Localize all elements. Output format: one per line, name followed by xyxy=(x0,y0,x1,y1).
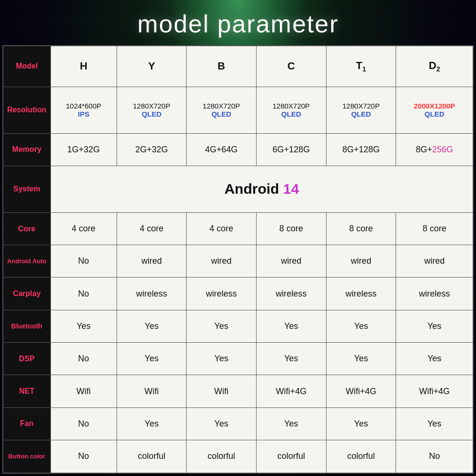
subscript-1: 1 xyxy=(362,66,366,73)
dsp-cell-c: Yes xyxy=(256,343,326,375)
table-row-model: Model H Y B C T1 D2 xyxy=(3,46,473,87)
table-row-memory: Memory 1G+32G 2G+32G 4G+64G 6G+128G 8G+1… xyxy=(3,133,473,166)
android-version: 14 xyxy=(283,181,299,197)
net-cell-y: Wifi xyxy=(117,375,187,407)
col-header-d2: D2 xyxy=(396,46,473,87)
carplay-cell-h: No xyxy=(50,278,117,310)
res-cell-b: 1280X720PQLED xyxy=(187,87,257,133)
btn-cell-b: colorful xyxy=(187,440,257,473)
net-cell-b: Wifi xyxy=(187,375,257,407)
fan-cell-c: Yes xyxy=(256,407,326,440)
row-label-bluetooth: Bluetooth xyxy=(3,310,50,342)
net-cell-h: Wifi xyxy=(50,375,117,407)
carplay-cell-t1: wireless xyxy=(326,278,396,310)
bt-cell-h: Yes xyxy=(50,310,117,342)
res-cell-h: 1024*600PIPS xyxy=(50,87,117,133)
qled-label-d2: QLED xyxy=(425,110,445,118)
auto-cell-h: No xyxy=(50,245,117,278)
mem-cell-y: 2G+32G xyxy=(117,133,187,166)
fan-cell-d2: Yes xyxy=(396,407,473,440)
res-cell-y: 1280X720PQLED xyxy=(117,87,187,133)
carplay-cell-c: wireless xyxy=(256,278,326,310)
page-title: model parameter xyxy=(137,10,338,38)
bt-cell-c: Yes xyxy=(256,310,326,342)
net-cell-c: Wifi+4G xyxy=(256,375,326,407)
qled-label-c: QLED xyxy=(281,110,301,118)
fan-cell-y: Yes xyxy=(117,407,187,440)
page-wrapper: model parameter Model H Y B C T1 D2 Reso… xyxy=(0,0,476,476)
btn-cell-t1: colorful xyxy=(326,440,396,473)
table-row-button-color: Button color No colorful colorful colorf… xyxy=(3,440,473,473)
title-area: model parameter xyxy=(0,0,476,45)
bt-cell-y: Yes xyxy=(117,310,187,342)
table-row-resolution: Resolution 1024*600PIPS 1280X720PQLED 12… xyxy=(3,87,473,133)
table-row-system: System Android 14 xyxy=(3,166,473,212)
table-row-fan: Fan No Yes Yes Yes Yes Yes xyxy=(3,407,473,440)
col-header-t1: T1 xyxy=(326,46,396,87)
row-label-button-color: Button color xyxy=(3,440,50,473)
mem-cell-b: 4G+64G xyxy=(187,133,257,166)
net-cell-d2: Wifi+4G xyxy=(396,375,473,407)
row-label-core: Core xyxy=(3,212,50,245)
qled-label-y: QLED xyxy=(142,110,162,118)
res-cell-t1: 1280X720PQLED xyxy=(326,87,396,133)
row-label-memory: Memory xyxy=(3,133,50,166)
table-row-android-auto: Android Auto No wired wired wired wired … xyxy=(3,245,473,278)
col-header-y: Y xyxy=(117,46,187,87)
core-cell-c: 8 core xyxy=(256,212,326,245)
table-row-bluetooth: Bluetooth Yes Yes Yes Yes Yes Yes xyxy=(3,310,473,342)
net-cell-t1: Wifi+4G xyxy=(326,375,396,407)
row-label-carplay: Carplay xyxy=(3,278,50,310)
table-row-core: Core 4 core 4 core 4 core 8 core 8 core … xyxy=(3,212,473,245)
auto-cell-c: wired xyxy=(256,245,326,278)
btn-cell-c: colorful xyxy=(256,440,326,473)
row-label-system: System xyxy=(3,166,50,212)
mem-cell-t1: 8G+128G xyxy=(326,133,396,166)
fan-cell-h: No xyxy=(50,407,117,440)
mem-cell-c: 6G+128G xyxy=(256,133,326,166)
mem-cell-h: 1G+32G xyxy=(50,133,117,166)
table-container: Model H Y B C T1 D2 Resolution 1024*600P… xyxy=(0,45,476,476)
core-cell-d2: 8 core xyxy=(396,212,473,245)
core-cell-y: 4 core xyxy=(117,212,187,245)
row-label-fan: Fan xyxy=(3,407,50,440)
android-cell: Android 14 xyxy=(50,166,473,212)
table-row-net: NET Wifi Wifi Wifi Wifi+4G Wifi+4G Wifi+… xyxy=(3,375,473,407)
core-cell-h: 4 core xyxy=(50,212,117,245)
btn-cell-y: colorful xyxy=(117,440,187,473)
table-row-carplay: Carplay No wireless wireless wireless wi… xyxy=(3,278,473,310)
dsp-cell-h: No xyxy=(50,343,117,375)
res-cell-c: 1280X720PQLED xyxy=(256,87,326,133)
bt-cell-t1: Yes xyxy=(326,310,396,342)
bt-cell-d2: Yes xyxy=(396,310,473,342)
col-header-b: B xyxy=(187,46,257,87)
carplay-cell-y: wireless xyxy=(117,278,187,310)
res-cell-d2: 2000X1200PQLED xyxy=(396,87,473,133)
row-label-android-auto: Android Auto xyxy=(3,245,50,278)
row-label-model: Model xyxy=(3,46,50,87)
row-label-net: NET xyxy=(3,375,50,407)
ips-label: IPS xyxy=(78,110,89,118)
subscript-2: 2 xyxy=(436,66,440,73)
dsp-cell-b: Yes xyxy=(187,343,257,375)
fan-cell-t1: Yes xyxy=(326,407,396,440)
mem-highlight: 256G xyxy=(432,145,453,154)
qled-label-t1: QLED xyxy=(351,110,371,118)
row-label-dsp: DSP xyxy=(3,343,50,375)
btn-cell-h: No xyxy=(50,440,117,473)
auto-cell-d2: wired xyxy=(396,245,473,278)
row-label-resolution: Resolution xyxy=(3,87,50,133)
mem-cell-d2: 8G+256G xyxy=(396,133,473,166)
core-cell-b: 4 core xyxy=(187,212,257,245)
parameter-table: Model H Y B C T1 D2 Resolution 1024*600P… xyxy=(2,45,474,474)
carplay-cell-d2: wireless xyxy=(396,278,473,310)
bt-cell-b: Yes xyxy=(187,310,257,342)
col-header-c: C xyxy=(256,46,326,87)
auto-cell-t1: wired xyxy=(326,245,396,278)
core-cell-t1: 8 core xyxy=(326,212,396,245)
col-header-h: H xyxy=(50,46,117,87)
auto-cell-y: wired xyxy=(117,245,187,278)
carplay-cell-b: wireless xyxy=(187,278,257,310)
fan-cell-b: Yes xyxy=(187,407,257,440)
dsp-cell-t1: Yes xyxy=(326,343,396,375)
